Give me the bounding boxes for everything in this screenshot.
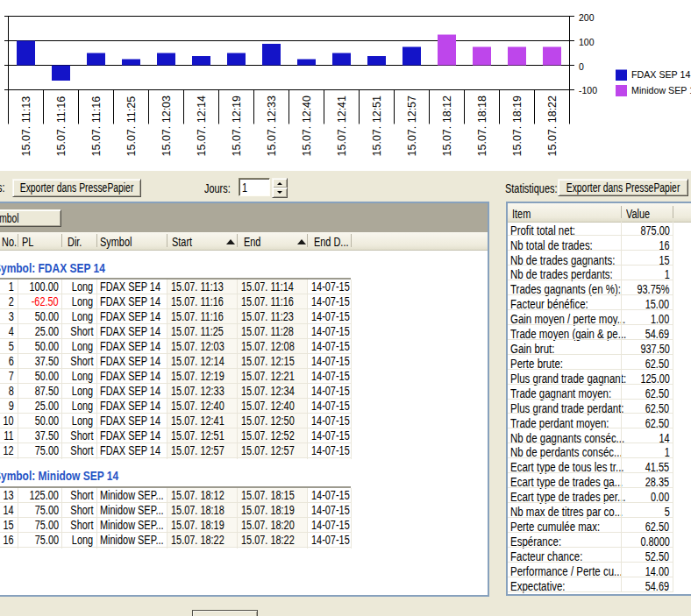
svg-text:15.07. 18:12: 15.07. 18:12: [441, 96, 453, 157]
svg-text:0: 0: [579, 61, 584, 72]
svg-text:15.07. 18:18: 15.07. 18:18: [476, 96, 488, 157]
svg-text:15.07. 12:57: 15.07. 12:57: [406, 96, 418, 157]
svg-text:15.07. 12:33: 15.07. 12:33: [266, 96, 278, 157]
svg-text:FDAX SEP 14: FDAX SEP 14: [631, 69, 690, 80]
svg-text:15.07. 12:19: 15.07. 12:19: [231, 96, 243, 157]
svg-text:100: 100: [579, 37, 595, 47]
svg-text:15.07. 11:13: 15.07. 11:13: [20, 96, 32, 157]
svg-text:15.07. 11:25: 15.07. 11:25: [125, 96, 138, 157]
svg-text:15.07. 12:03: 15.07. 12:03: [160, 96, 173, 157]
svg-text:Minidow SEP 14: Minidow SEP 14: [631, 85, 691, 96]
svg-text:15.07. 18:22: 15.07. 18:22: [546, 96, 559, 157]
svg-text:15.07. 11:16: 15.07. 11:16: [55, 96, 68, 157]
svg-text:15.07. 18:19: 15.07. 18:19: [511, 96, 524, 157]
svg-text:-100: -100: [579, 85, 597, 96]
svg-text:15.07. 12:41: 15.07. 12:41: [336, 96, 348, 157]
svg-text:15.07. 11:16: 15.07. 11:16: [90, 96, 103, 157]
svg-text:15.07. 12:40: 15.07. 12:40: [301, 96, 313, 157]
svg-text:15.07. 12:14: 15.07. 12:14: [196, 96, 208, 157]
svg-text:15.07. 12:51: 15.07. 12:51: [371, 96, 383, 157]
svg-text:200: 200: [579, 12, 595, 23]
